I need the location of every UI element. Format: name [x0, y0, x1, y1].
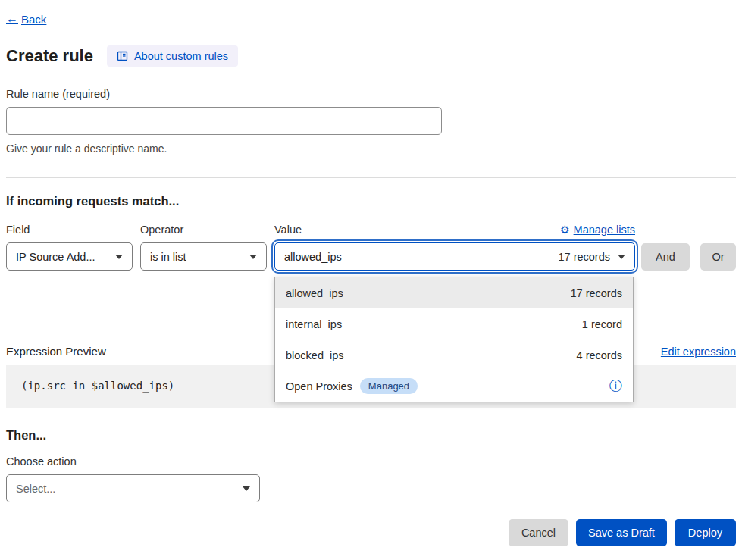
chevron-down-icon [249, 255, 257, 259]
value-dropdown-menu: allowed_ips 17 records internal_ips 1 re… [274, 277, 634, 402]
or-button[interactable]: Or [700, 243, 736, 271]
expression-preview-label: Expression Preview [6, 345, 106, 358]
back-row: ←Back [6, 0, 736, 26]
then-heading: Then... [6, 428, 736, 443]
page-title: Create rule [6, 46, 93, 66]
option-name: Open Proxies [286, 380, 352, 393]
footer-actions: Cancel Save as Draft Deploy [6, 519, 736, 546]
operator-column: Operator is in list [140, 224, 267, 271]
back-arrow-icon: ← [6, 12, 18, 26]
create-rule-page: ←Back Create rule About custom rules Rul… [0, 0, 742, 546]
option-name: blocked_ips [286, 349, 344, 361]
value-select-selected: allowed_ips [284, 251, 342, 263]
action-select[interactable]: Select... [6, 474, 260, 502]
value-label: Value [274, 224, 302, 236]
value-select-right: 17 records [558, 251, 625, 263]
back-label: Back [21, 13, 46, 26]
managed-badge: Managed [360, 378, 418, 394]
option-name: internal_ips [286, 318, 342, 330]
value-header: Value ⚙ Manage lists [274, 224, 635, 236]
rule-name-label: Rule name (required) [6, 88, 736, 100]
field-label: Field [6, 224, 133, 236]
chevron-down-icon [618, 255, 625, 259]
option-name: allowed_ips [286, 287, 343, 299]
cancel-button[interactable]: Cancel [509, 519, 568, 546]
edit-expression-link[interactable]: Edit expression [661, 346, 736, 358]
save-as-draft-button[interactable]: Save as Draft [576, 519, 667, 546]
option-records: 17 records [570, 287, 622, 299]
info-icon[interactable]: ⓘ [609, 380, 622, 393]
match-heading: If incoming requests match... [6, 194, 736, 208]
about-custom-rules-label: About custom rules [134, 50, 228, 62]
manage-lists-link[interactable]: ⚙ Manage lists [560, 224, 635, 236]
title-row: Create rule About custom rules [6, 45, 736, 67]
field-column: Field IP Source Add... [6, 224, 133, 271]
dropdown-option-blocked-ips[interactable]: blocked_ips 4 records [275, 339, 633, 371]
option-records: 1 record [582, 318, 622, 330]
about-custom-rules-link[interactable]: About custom rules [107, 45, 238, 67]
dropdown-option-open-proxies[interactable]: Open Proxies Managed ⓘ [275, 371, 633, 402]
operator-select[interactable]: is in list [140, 242, 267, 271]
operator-label: Operator [140, 224, 267, 236]
book-icon [117, 51, 128, 61]
rule-name-input[interactable] [6, 107, 442, 135]
chevron-down-icon [115, 255, 123, 259]
operator-select-value: is in list [150, 251, 186, 263]
and-button[interactable]: And [641, 243, 690, 271]
match-row: Field IP Source Add... Operator is in li… [6, 224, 736, 271]
deploy-button[interactable]: Deploy [675, 519, 736, 546]
value-column: Value ⚙ Manage lists allowed_ips 17 reco… [274, 224, 635, 271]
choose-action-label: Choose action [6, 455, 736, 468]
action-select-placeholder: Select... [16, 483, 55, 495]
value-select[interactable]: allowed_ips 17 records [274, 242, 635, 271]
dropdown-option-allowed-ips[interactable]: allowed_ips 17 records [275, 277, 633, 308]
dropdown-option-internal-ips[interactable]: internal_ips 1 record [275, 308, 633, 339]
chevron-down-icon [243, 486, 250, 491]
back-link[interactable]: ←Back [6, 12, 46, 26]
value-records-count: 17 records [558, 251, 610, 263]
manage-lists-label: Manage lists [574, 224, 635, 236]
option-left: Open Proxies Managed [286, 378, 418, 394]
field-select-value: IP Source Add... [16, 251, 95, 263]
field-select[interactable]: IP Source Add... [6, 242, 133, 271]
rule-name-help: Give your rule a descriptive name. [6, 142, 736, 155]
section-divider [6, 177, 736, 178]
option-records: 4 records [577, 349, 622, 361]
gear-icon: ⚙ [560, 224, 570, 236]
